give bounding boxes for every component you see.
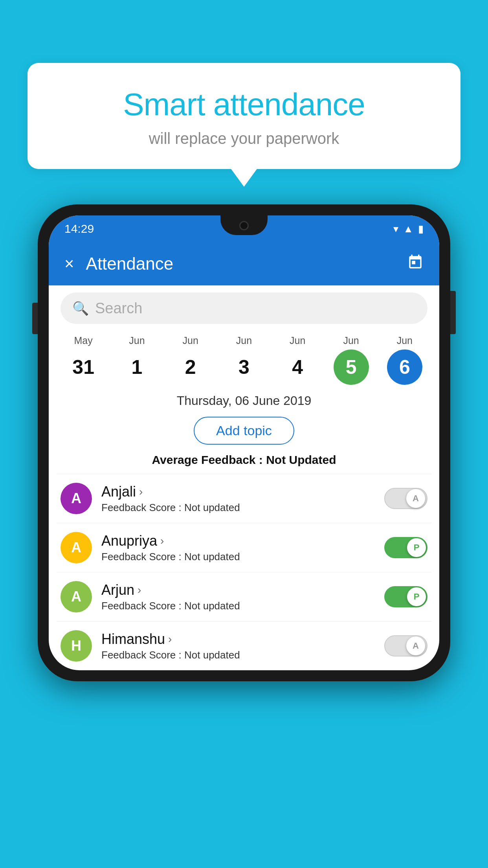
feedback-label-2: Feedback Score : (101, 600, 182, 612)
feedback-value-0: Not updated (184, 502, 240, 513)
student-avatar-1: A (61, 532, 92, 563)
chevron-icon-3: › (168, 633, 172, 645)
bubble-subtitle: will replace your paperwork (47, 130, 441, 147)
phone-screen: 14:29 ▾ ▲ ▮ × Attendance 🔍 (49, 215, 439, 670)
student-item-0: A Anjali › Feedback Score : Not updated … (49, 474, 439, 523)
toggle-knob-2: P (407, 587, 426, 606)
student-item-2: A Arjun › Feedback Score : Not updated P (49, 572, 439, 621)
feedback-value-1: Not updated (184, 551, 240, 563)
student-name-1[interactable]: Anupriya › (101, 533, 375, 549)
close-button[interactable]: × (64, 254, 74, 273)
cal-month-5: Jun (343, 335, 359, 346)
attendance-toggle-1[interactable]: P (384, 537, 427, 558)
student-list: A Anjali › Feedback Score : Not updated … (49, 474, 439, 670)
student-feedback-0: Feedback Score : Not updated (101, 502, 375, 514)
chevron-icon-2: › (138, 584, 141, 596)
status-bar: 14:29 ▾ ▲ ▮ (49, 215, 439, 242)
feedback-label-1: Feedback Score : (101, 551, 182, 563)
cal-month-6: Jun (397, 335, 413, 346)
cal-date-0: 31 (66, 349, 101, 385)
chevron-icon-0: › (139, 485, 143, 498)
app-bar: × Attendance (49, 242, 439, 285)
cal-day-5[interactable]: Jun 5 (324, 335, 378, 385)
student-name-3[interactable]: Himanshu › (101, 631, 375, 647)
phone-container: 14:29 ▾ ▲ ▮ × Attendance 🔍 (38, 204, 450, 681)
front-camera (239, 221, 249, 230)
feedback-label-3: Feedback Score : (101, 649, 182, 661)
student-avatar-3: H (61, 630, 92, 662)
cal-month-2: Jun (183, 335, 198, 346)
toggle-knob-3: A (406, 636, 425, 655)
cal-day-6[interactable]: Jun 6 (378, 335, 431, 385)
cal-date-5-today: 5 (334, 349, 369, 385)
status-time: 14:29 (64, 222, 94, 235)
student-avatar-0: A (61, 483, 92, 514)
cal-month-3: Jun (236, 335, 252, 346)
attendance-toggle-2[interactable]: P (384, 586, 427, 607)
attendance-toggle-0[interactable]: A (384, 488, 427, 509)
notch (220, 215, 268, 235)
student-info-1: Anupriya › Feedback Score : Not updated (101, 533, 375, 563)
calendar-icon[interactable] (407, 254, 424, 274)
speech-bubble-container: Smart attendance will replace your paper… (28, 63, 460, 169)
cal-date-2: 2 (173, 349, 208, 385)
cal-day-2[interactable]: Jun 2 (164, 335, 217, 385)
student-feedback-1: Feedback Score : Not updated (101, 551, 375, 563)
cal-day-3[interactable]: Jun 3 (217, 335, 271, 385)
student-item-1: A Anupriya › Feedback Score : Not update… (49, 523, 439, 572)
cal-date-3: 3 (226, 349, 262, 385)
search-bar[interactable]: 🔍 Search (61, 292, 427, 324)
avg-feedback-label: Average Feedback : (152, 453, 262, 466)
student-avatar-2: A (61, 581, 92, 612)
cal-month-0: May (74, 335, 93, 346)
cal-date-6-selected: 6 (387, 349, 422, 385)
cal-month-1: Jun (129, 335, 145, 346)
bubble-title: Smart attendance (47, 86, 441, 123)
student-feedback-3: Feedback Score : Not updated (101, 649, 375, 661)
speech-bubble: Smart attendance will replace your paper… (28, 63, 460, 169)
student-name-0[interactable]: Anjali › (101, 484, 375, 500)
attendance-toggle-3[interactable]: A (384, 635, 427, 657)
cal-date-1: 1 (119, 349, 154, 385)
cal-day-4[interactable]: Jun 4 (271, 335, 324, 385)
feedback-label-0: Feedback Score : (101, 502, 182, 513)
student-info-2: Arjun › Feedback Score : Not updated (101, 582, 375, 612)
battery-icon: ▮ (418, 223, 424, 235)
cal-day-0[interactable]: May 31 (57, 335, 110, 385)
search-icon: 🔍 (72, 300, 89, 316)
phone-outer: 14:29 ▾ ▲ ▮ × Attendance 🔍 (38, 204, 450, 681)
app-title: Attendance (86, 254, 395, 274)
status-icons: ▾ ▲ ▮ (393, 223, 424, 235)
avg-feedback-row: Average Feedback : Not Updated (49, 449, 439, 474)
student-name-2[interactable]: Arjun › (101, 582, 375, 598)
student-feedback-2: Feedback Score : Not updated (101, 600, 375, 612)
feedback-value-2: Not updated (184, 600, 240, 612)
student-item-3: H Himanshu › Feedback Score : Not update… (49, 622, 439, 670)
chevron-icon-1: › (160, 535, 164, 547)
wifi-icon: ▾ (393, 223, 398, 235)
student-info-3: Himanshu › Feedback Score : Not updated (101, 631, 375, 661)
calendar-strip: May 31 Jun 1 Jun 2 Jun 3 Jun 4 (49, 331, 439, 389)
signal-icon: ▲ (403, 223, 413, 235)
toggle-knob-1: P (407, 538, 426, 557)
student-info-0: Anjali › Feedback Score : Not updated (101, 484, 375, 514)
selected-date-label: Thursday, 06 June 2019 (49, 389, 439, 413)
cal-month-4: Jun (290, 335, 305, 346)
feedback-value-3: Not updated (184, 649, 240, 661)
add-topic-button[interactable]: Add topic (194, 417, 294, 445)
toggle-knob-0: A (406, 489, 425, 508)
search-placeholder: Search (95, 300, 142, 317)
avg-feedback-value: Not Updated (266, 453, 336, 466)
cal-date-4: 4 (280, 349, 315, 385)
cal-day-1[interactable]: Jun 1 (110, 335, 163, 385)
calendar-svg-icon (407, 254, 424, 270)
